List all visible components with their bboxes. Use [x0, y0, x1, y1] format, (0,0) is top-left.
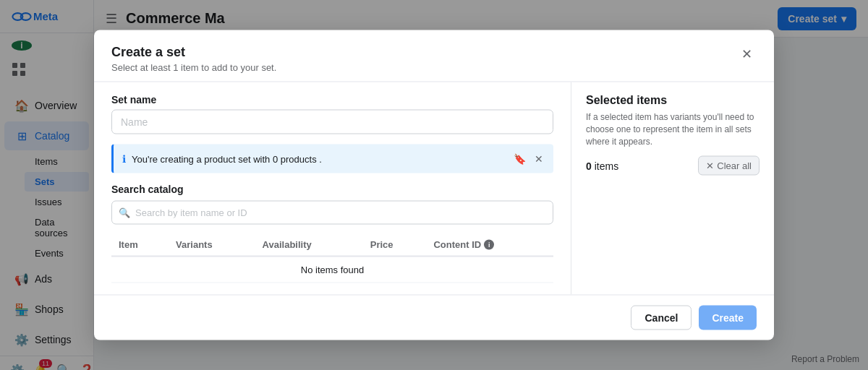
- empty-state-text: No items found: [111, 257, 553, 283]
- info-bookmark-button[interactable]: 🔖: [512, 152, 527, 166]
- col-variants: Variants: [169, 233, 255, 257]
- info-banner: ℹ You're creating a product set with 0 p…: [111, 145, 553, 173]
- table-header-row: Item Variants Availability Price Content…: [111, 233, 553, 257]
- set-name-input[interactable]: [111, 110, 553, 134]
- items-table: Item Variants Availability Price Content…: [111, 233, 553, 283]
- selected-count: 0 items: [586, 160, 618, 171]
- clear-all-button[interactable]: ✕ Clear all: [698, 156, 760, 176]
- create-button[interactable]: Create: [699, 306, 757, 330]
- create-set-modal: Create a set Select at least 1 item to a…: [94, 30, 774, 340]
- cancel-button[interactable]: Cancel: [631, 306, 692, 330]
- content-id-info-icon[interactable]: i: [484, 239, 494, 249]
- col-price: Price: [363, 233, 427, 257]
- info-banner-text: You're creating a product set with 0 pro…: [132, 153, 322, 164]
- modal-subtitle: Select at least 1 item to add to your se…: [111, 62, 276, 73]
- modal-body: Set name ℹ You're creating a product set…: [94, 82, 774, 295]
- selected-count-label: items: [592, 160, 618, 171]
- modal-left-panel: Set name ℹ You're creating a product set…: [94, 82, 571, 295]
- set-name-label: Set name: [111, 94, 553, 106]
- modal-header: Create a set Select at least 1 item to a…: [94, 30, 774, 82]
- close-icon: ✕: [706, 160, 714, 171]
- content-id-label: Content ID: [433, 239, 481, 250]
- info-icon: ℹ: [122, 153, 126, 165]
- modal-title: Create a set: [111, 45, 276, 60]
- col-content-id: Content ID i: [426, 233, 553, 257]
- search-catalog-label: Search catalog: [111, 184, 553, 195]
- modal-right-panel: Selected items If a selected item has va…: [571, 82, 774, 295]
- selected-count-row: 0 items ✕ Clear all: [586, 156, 760, 176]
- col-availability: Availability: [255, 233, 363, 257]
- table-empty-row: No items found: [111, 257, 553, 283]
- modal-footer: Cancel Create: [94, 295, 774, 340]
- selected-items-description: If a selected item has variants you'll n…: [586, 111, 760, 147]
- clear-all-label: Clear all: [717, 160, 752, 171]
- catalog-search-input[interactable]: [111, 201, 553, 225]
- selected-count-number: 0: [586, 160, 592, 171]
- search-input-wrapper: 🔍: [111, 201, 553, 225]
- modal-header-text: Create a set Select at least 1 item to a…: [111, 45, 276, 73]
- col-item: Item: [111, 233, 169, 257]
- info-banner-actions: 🔖 ✕: [512, 152, 545, 166]
- search-icon: 🔍: [119, 207, 130, 218]
- modal-close-button[interactable]: ✕: [737, 45, 757, 64]
- selected-items-title: Selected items: [586, 94, 760, 107]
- info-close-button[interactable]: ✕: [533, 152, 545, 166]
- info-banner-content: ℹ You're creating a product set with 0 p…: [122, 153, 322, 165]
